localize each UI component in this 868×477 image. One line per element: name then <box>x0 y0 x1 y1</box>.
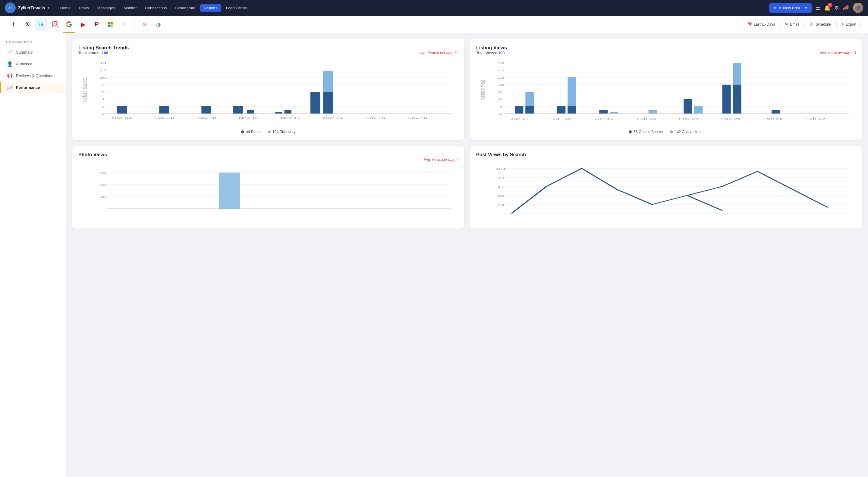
svg-rect-28 <box>233 106 243 113</box>
social-linkedin[interactable]: in <box>35 18 48 31</box>
export-icon: ↗ <box>841 22 844 27</box>
legend-google-maps-label: 142 Google Maps <box>675 130 704 134</box>
legend-discovery-dot <box>268 130 271 133</box>
nav-home[interactable]: Home <box>57 4 74 12</box>
photo-views-avg: Avg. views per day: 7 <box>424 158 458 162</box>
svg-rect-69 <box>649 110 657 113</box>
summary-icon: 📄 <box>7 49 13 55</box>
sidebar-reviews-label: Reviews & Questions <box>16 73 53 78</box>
sidebar-item-reviews[interactable]: 📢 Reviews & Questions <box>0 70 66 81</box>
listing-views-chart: 16 14 12 10 8 6 4 2 Number of Views <box>476 60 856 126</box>
svg-text:4: 4 <box>499 105 503 108</box>
settings-icon[interactable]: ⚙ <box>834 4 839 11</box>
svg-rect-25 <box>117 106 127 113</box>
bar-actions: 📅 Last 15 Days ✉ Email 🕐 Schedule ↗ Expo… <box>743 20 861 29</box>
svg-text:Feb 06: Feb 06 <box>721 117 741 120</box>
svg-text:Feb 08: Feb 08 <box>763 117 783 120</box>
svg-rect-30 <box>275 112 282 113</box>
social-tiktok[interactable]: ♪ <box>118 18 131 31</box>
svg-text:8: 8 <box>101 83 105 87</box>
nav-reports[interactable]: Reports <box>200 4 221 12</box>
social-extra-2[interactable]: ◑ <box>152 18 165 31</box>
menu-icon[interactable]: ☰ <box>815 4 820 11</box>
social-pinterest[interactable]: P <box>90 18 103 31</box>
svg-text:Nov 18: Nov 18 <box>407 116 427 120</box>
brand-name: ZylkerTravels <box>18 5 45 10</box>
announcement-icon[interactable]: 📣 <box>843 4 849 11</box>
post-views-svg: 101 94 87 80 73 <box>476 162 856 223</box>
svg-rect-75 <box>772 110 780 113</box>
svg-text:52: 52 <box>99 183 106 186</box>
brand-logo: ZT <box>5 2 16 13</box>
photo-views-stats: Avg. views per day: 7 <box>79 158 458 162</box>
svg-text:Nov 10: Nov 10 <box>239 116 258 120</box>
export-button[interactable]: ↗ Export <box>836 20 861 29</box>
listing-search-total-value: 168 <box>101 50 108 55</box>
svg-rect-68 <box>610 112 618 113</box>
user-avatar[interactable]: 👤 <box>853 3 863 13</box>
schedule-button[interactable]: 🕐 Schedule <box>805 20 835 29</box>
sidebar-item-audience[interactable]: 👤 Audience <box>0 58 66 70</box>
brand[interactable]: ZT ZylkerTravels ▾ <box>5 2 50 13</box>
social-google[interactable] <box>63 18 75 31</box>
new-post-chevron-icon: ▾ <box>803 6 807 10</box>
svg-rect-31 <box>284 110 291 113</box>
legend-google-maps: 142 Google Maps <box>670 130 704 134</box>
svg-text:10: 10 <box>497 83 504 87</box>
sidebar-item-performance[interactable]: 📈 Performance <box>0 81 66 93</box>
svg-text:101: 101 <box>495 167 506 170</box>
svg-rect-72 <box>722 84 731 113</box>
social-instagram[interactable] <box>49 18 61 31</box>
sidebar-item-summary[interactable]: 📄 Summary <box>0 46 66 58</box>
svg-rect-34 <box>323 92 333 113</box>
social-facebook[interactable]: f <box>7 18 20 31</box>
performance-icon: 📈 <box>7 84 13 90</box>
nav-messages[interactable]: Messages <box>94 4 119 12</box>
svg-text:Jan 27: Jan 27 <box>510 117 529 120</box>
svg-text:10: 10 <box>99 76 106 79</box>
nav-connections[interactable]: Connections <box>141 4 170 12</box>
svg-text:Jan 29: Jan 29 <box>553 117 571 120</box>
social-microsoft[interactable] <box>104 18 117 31</box>
nav-monitor[interactable]: Monitor <box>120 4 140 12</box>
nav-lead-forms[interactable]: Lead Forms <box>222 4 250 12</box>
legend-direct-dot <box>241 130 244 133</box>
svg-rect-64 <box>557 106 565 113</box>
svg-point-2 <box>56 22 57 23</box>
svg-text:6: 6 <box>499 98 503 101</box>
svg-text:Feb 02: Feb 02 <box>637 117 656 120</box>
social-youtube[interactable]: ▶ <box>76 18 89 31</box>
social-extra-1[interactable]: ∞ <box>138 18 151 31</box>
listing-search-stats: Total search: 168 Avg. Search per day: 1… <box>79 50 458 55</box>
svg-text:Nov 08: Nov 08 <box>196 116 216 120</box>
nav-posts[interactable]: Posts <box>75 4 93 12</box>
date-range-button[interactable]: 📅 Last 15 Days <box>743 20 779 29</box>
listing-views-stats: Total Views: 198 Avg. views per day: 13 <box>476 50 856 55</box>
brand-chevron-icon: ▾ <box>48 6 50 10</box>
svg-rect-0 <box>53 22 58 27</box>
svg-text:2: 2 <box>101 105 105 108</box>
svg-text:14: 14 <box>99 62 106 65</box>
svg-text:12: 12 <box>497 76 504 79</box>
new-post-button[interactable]: ✏ ✏ New Post ▾ <box>769 3 812 13</box>
listing-views-card: Listing Views Total Views: 198 Avg. view… <box>470 39 862 140</box>
nav-collaborate[interactable]: Collaborate <box>172 4 199 12</box>
legend-google-search-label: 56 Google Search <box>633 130 663 134</box>
photo-views-title: Photo Views <box>79 152 458 158</box>
post-views-title: Post Views by Search <box>476 152 856 158</box>
svg-rect-74 <box>733 84 741 113</box>
notification-icon[interactable]: 🔔 2 <box>824 4 831 11</box>
reviews-icon: 📢 <box>7 73 13 78</box>
listing-views-svg: 16 14 12 10 8 6 4 2 Number of Views <box>476 60 856 126</box>
email-button[interactable]: ✉ Email <box>781 20 804 29</box>
svg-rect-6 <box>111 24 113 27</box>
svg-text:Feb 10: Feb 10 <box>805 117 825 120</box>
social-twitter-x[interactable]: 𝕏 <box>21 18 34 31</box>
sidebar-performance-label: Performance <box>16 85 40 90</box>
date-range-label: Last 15 Days <box>754 22 775 27</box>
svg-rect-5 <box>108 24 111 27</box>
email-icon: ✉ <box>785 22 788 27</box>
listing-search-chart: 14 12 10 8 6 4 2 0 Number of Searches <box>79 60 458 126</box>
legend-discovery-label: 124 Discovery <box>273 130 296 134</box>
export-label: Export <box>846 22 856 27</box>
